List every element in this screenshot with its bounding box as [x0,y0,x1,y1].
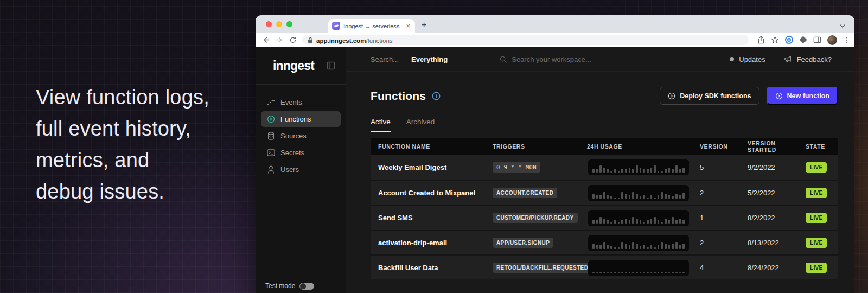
traffic-lights [256,15,300,33]
browser-menu-icon[interactable]: ⋮ [843,36,850,44]
trigger-badge: ACCOUNT.CREATED [493,188,557,198]
table-row[interactable]: Backfill User Data RETOOL/BACKFILL.REQUE… [371,254,838,279]
table-row[interactable]: Send SMS CUSTOMER/PICKUP.READY 1 8/2/202… [371,205,838,230]
feedback-button[interactable]: Feedback? [784,55,832,63]
test-mode-label: Test mode [265,282,295,290]
profile-avatar[interactable] [827,35,837,45]
version-started-value: 8/13/2022 [748,239,779,247]
trigger-badge: RETOOL/BACKFILL.REQUESTED [493,263,592,273]
browser-window: Inngest → serverless event-dri × + app.i… [256,15,854,293]
app-topbar: Search... Everything Search your workspa… [346,47,854,72]
sidebar-item-users[interactable]: Users [261,162,341,177]
function-name[interactable]: Weekly Email Digest [378,163,446,171]
onepassword-extension-icon[interactable] [785,36,793,44]
function-circle-icon [775,92,783,100]
table-header-row: FUNCTION NAME TRIGGERS 24H USAGE VERSION… [371,138,838,155]
function-name[interactable]: Backfill User Data [378,264,438,272]
sidebar-item-events[interactable]: Events [261,94,341,110]
sidebar-item-functions[interactable]: Functions [261,111,341,127]
maximize-window-button[interactable] [286,21,292,27]
collapse-sidebar-icon[interactable] [327,61,335,70]
function-name[interactable]: Send SMS [378,214,413,222]
deploy-sdk-functions-label: Deploy SDK functions [680,92,751,100]
version-value: 4 [700,264,704,272]
state-badge: LIVE [806,238,827,248]
inngest-favicon-icon [332,22,340,30]
forward-icon[interactable] [276,36,284,44]
functions-table: FUNCTION NAME TRIGGERS 24H USAGE VERSION… [371,138,838,279]
search-icon [500,56,507,63]
minimize-window-button[interactable] [276,21,282,27]
function-name[interactable]: Account Created to Mixpanel [378,189,475,197]
sidebar-header: inngest [256,47,346,85]
page-title: Functions [371,90,426,103]
sidebar-nav: Events Functions Sources [256,85,346,282]
hero-line: metrics, and [36,144,269,176]
back-icon[interactable] [262,36,270,44]
search-label[interactable]: Search... [371,55,399,63]
close-window-button[interactable] [266,21,272,27]
version-started-value: 8/24/2022 [748,264,779,272]
column-header: VERSION [700,143,748,150]
tab-search-chevron-icon[interactable] [839,24,846,28]
trigger-badge: 0 9 * * MON [493,162,540,173]
usage-sparkline-chart [588,260,689,276]
bookmark-star-icon[interactable] [771,36,779,44]
url-path: /functions [366,37,392,44]
browser-tab[interactable]: Inngest → serverless event-dri × [328,19,415,33]
functions-page: Functions Deploy SDK functions [346,72,854,279]
info-icon[interactable] [432,92,441,100]
deploy-sdk-functions-button[interactable]: Deploy SDK functions [660,87,759,105]
users-person-icon [267,165,275,174]
workspace-search-input[interactable]: Search your workspace... [500,55,591,63]
reload-icon[interactable] [289,36,297,44]
table-row[interactable]: Weekly Email Digest 0 9 * * MON 5 9/2/20… [371,155,838,180]
version-started-value: 8/2/2022 [748,214,775,222]
sidebar-item-sources[interactable]: Sources [261,128,341,144]
list-tabs: Active Archived [371,118,838,132]
function-name[interactable]: activation-drip-email [378,239,447,247]
megaphone-icon [784,55,792,63]
secrets-terminal-icon [267,149,275,156]
usage-sparkline-chart [588,210,689,226]
side-panel-icon[interactable] [813,36,821,44]
updates-button[interactable]: Updates [730,55,765,63]
share-icon[interactable] [757,36,765,44]
workspace-search-placeholder: Search your workspace... [512,55,591,63]
tab-archived[interactable]: Archived [406,118,435,132]
search-scope-everything[interactable]: Everything [411,55,448,63]
sidebar-item-label: Functions [280,115,311,123]
functions-icon [267,115,275,123]
table-row[interactable]: Account Created to Mixpanel ACCOUNT.CREA… [371,180,838,205]
table-row[interactable]: activation-drip-email APP/USER.SIGNUP 2 … [371,230,838,254]
sidebar-item-label: Secrets [280,149,304,157]
usage-sparkline-chart [588,159,689,175]
sidebar-item-label: Users [280,165,299,174]
state-badge: LIVE [806,188,827,198]
tab-active[interactable]: Active [371,118,391,132]
new-tab-button[interactable]: + [422,20,426,30]
usage-sparkline-chart [588,185,689,201]
tab-close-icon[interactable]: × [405,22,411,29]
tab-title: Inngest → serverless event-dri [343,23,401,29]
version-started-value: 5/2/2022 [748,189,775,197]
lock-icon [308,37,313,43]
function-circle-icon [668,92,675,100]
usage-sparkline-chart [588,235,689,251]
hero-line: full event history, [36,113,269,144]
extensions-puzzle-icon[interactable] [799,36,807,44]
state-badge: LIVE [806,263,827,273]
test-mode-toggle[interactable] [299,283,314,290]
new-function-button[interactable]: New function [767,87,838,105]
sidebar: inngest Events Functions [256,47,346,293]
column-header: 24H USAGE [587,143,700,150]
column-header: FUNCTION NAME [371,143,493,150]
version-value: 2 [700,239,704,247]
new-function-label: New function [787,92,829,100]
main-area: Search... Everything Search your workspa… [346,47,854,293]
sidebar-item-secrets[interactable]: Secrets [261,145,341,161]
inngest-logo: inngest [273,59,327,73]
version-value: 2 [700,189,704,197]
browser-tabstrip: Inngest → serverless event-dri × + [256,15,854,33]
url-bar[interactable]: app.inngest.com/functions [302,35,749,45]
